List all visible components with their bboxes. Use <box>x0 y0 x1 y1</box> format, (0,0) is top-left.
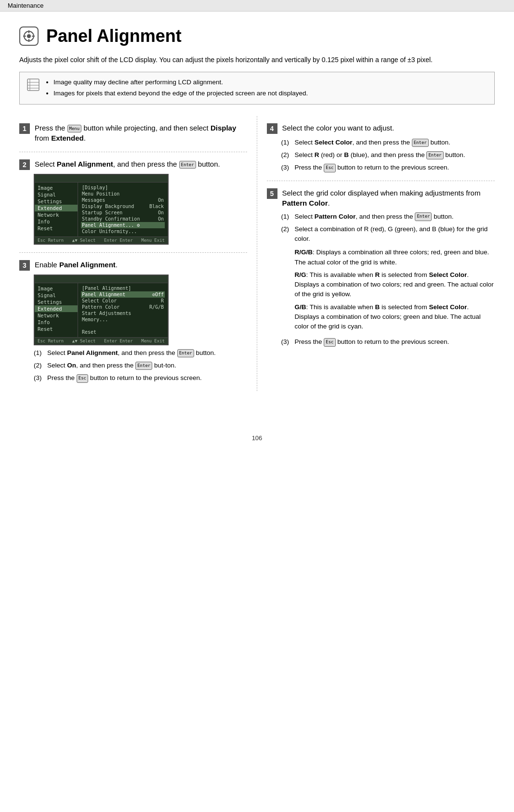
step-5-title: Select the grid color displayed when mak… <box>282 188 495 208</box>
lcd2-item-settings: Settings <box>35 299 78 305</box>
step-3-num: 3 <box>19 260 30 271</box>
step-3-block: 3 Enable Panel Alignment. Image Signal S… <box>19 252 247 391</box>
col-right: 4 Select the color you want to adjust. (… <box>257 116 495 391</box>
esc-btn-s5-3: Esc <box>324 338 335 347</box>
col-left: 1 Press the Menu button while projecting… <box>19 116 257 391</box>
sub-2-text: Select On, and then press the Enter but-… <box>47 361 176 370</box>
enter-btn-s3-2: Enter <box>135 362 152 370</box>
lcd-top-bar-2 <box>35 275 168 283</box>
lcd2-right-header: [Panel Alignment] <box>81 285 165 291</box>
lcd-item-image: Image <box>35 184 78 191</box>
page-number: 106 <box>252 434 263 442</box>
step-3-title: Enable Panel Alignment. <box>35 260 118 270</box>
lcd-item-settings: Settings <box>35 198 78 205</box>
step-4-sub-3: (3) Press the Esc button to return to th… <box>281 163 495 172</box>
lcd-right-panelalign: Panel Alignment... ⚙ <box>81 222 165 228</box>
lcd2-item-reset: Reset <box>35 326 78 332</box>
s4-sub-1-num: (1) <box>281 138 291 147</box>
lcd-bottom-bar-1: Esc Return ▲▼ Select Enter Enter Menu Ex… <box>35 236 168 244</box>
page-title: Panel Alignment <box>46 26 182 46</box>
lcd2-item-info: Info <box>35 319 78 326</box>
lcd-enter-enter: Enter Enter <box>104 238 133 243</box>
lcd-item-network: Network <box>35 211 78 218</box>
s4-sub-3-num: (3) <box>281 163 291 172</box>
lcd2-right-memory: Memory... <box>81 316 165 323</box>
sub-3-text: Press the Esc button to return to the pr… <box>47 373 202 383</box>
step-3-sub-1: (1) Select Panel Alignment, and then pre… <box>34 348 247 358</box>
lcd-menu-right-1: [Display] Menu Position Messages On Disp… <box>78 183 168 236</box>
panel-alignment-icon <box>19 26 39 46</box>
lcd-right-header: [Display] <box>81 184 165 191</box>
menu-button-icon: Menu <box>67 125 82 133</box>
s5-sub-3-num: (3) <box>281 337 291 347</box>
lcd2-item-image: Image <box>35 285 78 292</box>
svg-rect-6 <box>27 79 39 91</box>
lcd-item-info: Info <box>35 218 78 225</box>
enter-button-icon-s2: Enter <box>179 161 196 169</box>
lcd2-item-signal: Signal <box>35 292 78 299</box>
lcd2-right-selcolor: Select Color R <box>81 298 165 304</box>
note-item-1: Image quality may decline after performi… <box>53 77 308 88</box>
lcd-right-standby: Standby Confirmation On <box>81 216 165 222</box>
s5-sub-2-num: (2) <box>281 224 291 335</box>
step-5-num: 5 <box>267 188 277 199</box>
step-2-header: 2 Select Panel Alignment, and then press… <box>19 159 247 170</box>
step-2-num: 2 <box>19 159 30 170</box>
lcd-bottom-bar-2: Esc Return ▲▼ Select Enter Enter Menu Ex… <box>35 337 168 344</box>
s5-sub-1-num: (1) <box>281 212 291 222</box>
s5-sub-2-intro: Select a combination of R (red), G (gree… <box>295 224 495 244</box>
step-4-sub-2: (2) Select R (red) or B (blue), and then… <box>281 150 495 160</box>
note-icon <box>26 78 40 94</box>
step-5-header: 5 Select the grid color displayed when m… <box>267 188 495 208</box>
lcd2-item-extended: Extended <box>35 305 78 312</box>
enter-btn-s4-2: Enter <box>426 151 443 160</box>
step-1-title: Press the Menu button while projecting, … <box>35 123 247 143</box>
lcd-right-messages: Messages On <box>81 197 165 203</box>
top-bar: Maintenance <box>0 0 514 12</box>
lcd-right-menupos: Menu Position <box>81 191 165 197</box>
lcd-menu-right-2: [Panel Alignment] Panel Alignment ⊘Off S… <box>78 283 168 337</box>
lcd-esc-return: Esc Return <box>38 238 64 243</box>
step-3-sub-2: (2) Select On, and then press the Enter … <box>34 361 247 370</box>
step-5-substeps: (1) Select Pattern Color, and then press… <box>281 212 495 347</box>
lcd2-enter-enter: Enter Enter <box>104 339 133 343</box>
lcd-screen-1: Image Signal Settings Extended Network I… <box>34 174 169 245</box>
esc-btn-s4-3: Esc <box>324 164 335 172</box>
s5-sub-3-text: Press the Esc button to return to the pr… <box>295 337 449 347</box>
enter-btn-s5-1: Enter <box>415 212 432 221</box>
lcd-menu-left-2: Image Signal Settings Extended Network I… <box>35 283 78 337</box>
s4-sub-2-text: Select R (red) or B (blue), and then pre… <box>295 150 465 160</box>
step-4-title: Select the color you want to adjust. <box>282 123 395 133</box>
step-5-block: 5 Select the grid color displayed when m… <box>267 181 495 355</box>
lcd2-item-network: Network <box>35 312 78 319</box>
step-1-header: 1 Press the Menu button while projecting… <box>19 123 247 143</box>
step-5-sub-3: (3) Press the Esc button to return to th… <box>281 337 495 347</box>
note-box: Image quality may decline after performi… <box>19 72 495 105</box>
step-2-title: Select Panel Alignment, and then press t… <box>35 159 220 169</box>
sub-1-num: (1) <box>34 348 43 358</box>
lcd2-menu-exit: Menu Exit <box>141 339 165 343</box>
lcd-item-signal: Signal <box>35 191 78 198</box>
step-3-header: 3 Enable Panel Alignment. <box>19 260 247 271</box>
step-3-sub-3: (3) Press the Esc button to return to th… <box>34 373 247 383</box>
step-1-block: 1 Press the Menu button while projecting… <box>19 116 247 152</box>
lcd-item-extended: Extended <box>35 205 78 211</box>
lcd2-right-reset: Reset <box>81 329 165 335</box>
sub-1-text: Select Panel Alignment, and then press t… <box>47 348 216 358</box>
lcd-menu-exit: Menu Exit <box>141 238 165 243</box>
s5-rg-desc: R/G: This is available when R is selecte… <box>295 270 495 300</box>
lcd-right-startup: Startup Screen On <box>81 210 165 216</box>
step-4-substeps: (1) Select Select Color, and then press … <box>281 138 495 173</box>
s5-rgb-desc: R/G/B: Displays a combination all three … <box>295 248 495 267</box>
lcd2-right-blank <box>81 323 165 329</box>
esc-btn-s3-3: Esc <box>77 374 88 383</box>
s5-sub-1-text: Select Pattern Color, and then press the… <box>295 212 454 222</box>
intro-text: Adjusts the pixel color shift of the LCD… <box>19 55 495 65</box>
sub-2-num: (2) <box>34 361 43 370</box>
lcd-right-colorunif: Color Uniformity... <box>81 228 165 235</box>
lcd2-esc-return: Esc Return <box>38 339 64 343</box>
step-4-sub-1: (1) Select Select Color, and then press … <box>281 138 495 147</box>
s5-sub-2-content: Select a combination of R (red), G (gree… <box>295 224 495 335</box>
enter-btn-s3-1: Enter <box>177 349 194 358</box>
sub-3-num: (3) <box>34 373 43 383</box>
